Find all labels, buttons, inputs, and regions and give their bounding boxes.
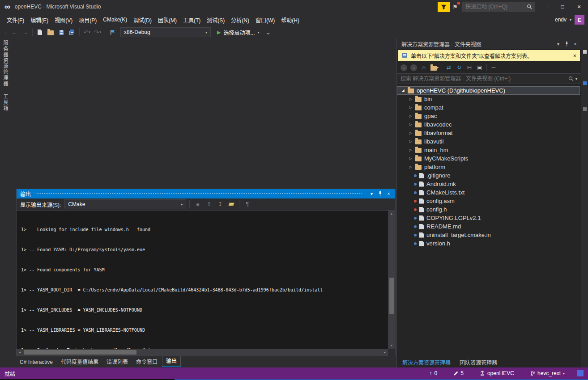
save-icon[interactable] bbox=[56, 27, 66, 37]
tree-item-folder[interactable]: ▷main_hm bbox=[397, 146, 580, 154]
output-log[interactable]: 1> -- Looking for include file windows.h… bbox=[17, 211, 388, 349]
filter-feedback-icon[interactable] bbox=[438, 2, 450, 12]
toolbar-overflow-icon[interactable]: ⌄ bbox=[264, 27, 273, 37]
chevron-collapsed-icon[interactable]: ▷ bbox=[409, 156, 413, 160]
start-debug-button[interactable]: ▶ 选择启动项... ▾ bbox=[214, 27, 263, 37]
tree-item-file[interactable]: version.h bbox=[397, 239, 580, 248]
next-message-icon[interactable]: ↧ bbox=[215, 200, 225, 209]
cmake-settings-icon[interactable] bbox=[107, 27, 117, 37]
quick-launch-search[interactable] bbox=[462, 2, 535, 12]
pin-icon[interactable] bbox=[563, 38, 571, 49]
tree-item-folder[interactable]: ▷libavutil bbox=[397, 137, 580, 146]
close-icon[interactable]: × bbox=[385, 189, 392, 198]
tree-item-folder[interactable]: ▷MyCMakeScripts bbox=[397, 154, 580, 163]
chevron-collapsed-icon[interactable]: ▷ bbox=[409, 165, 413, 169]
prev-message-icon[interactable]: ↥ bbox=[204, 200, 213, 209]
navigate-forward-icon[interactable]: → bbox=[20, 27, 30, 37]
chevron-collapsed-icon[interactable]: ▷ bbox=[409, 106, 413, 110]
switch-views-icon[interactable]: ▾ bbox=[430, 63, 439, 72]
menu-file[interactable]: 文件(F) bbox=[4, 14, 27, 25]
tree-item-folder[interactable]: ▷platform bbox=[397, 163, 580, 171]
solution-search-input[interactable] bbox=[401, 76, 567, 82]
menu-view[interactable]: 视图(V) bbox=[51, 14, 76, 25]
chevron-collapsed-icon[interactable]: ▷ bbox=[409, 139, 413, 144]
collapse-all-icon[interactable]: ⊟ bbox=[466, 63, 473, 72]
clear-all-icon[interactable] bbox=[226, 200, 236, 209]
vertical-scroll-thumb[interactable] bbox=[389, 278, 394, 314]
minimize-button[interactable]: – bbox=[540, 0, 555, 13]
output-panel-titlebar[interactable]: 输出 ▾ × bbox=[17, 189, 395, 198]
horizontal-scroll-thumb[interactable] bbox=[24, 350, 136, 355]
new-file-icon[interactable] bbox=[35, 27, 45, 37]
tree-item-root-folder[interactable]: ◢ openHEVC (D:\github\openHEVC) bbox=[397, 86, 580, 95]
menu-team[interactable]: 团队(M) bbox=[155, 14, 180, 25]
unpublished-commits[interactable]: ↑ 0 bbox=[430, 370, 438, 376]
navigate-backward-icon[interactable]: ← bbox=[9, 27, 19, 37]
home-icon[interactable]: ⌂ bbox=[420, 63, 427, 72]
tab-output[interactable]: 输出 bbox=[162, 355, 181, 367]
pending-changes[interactable]: 5 bbox=[453, 370, 464, 376]
menu-debug[interactable]: 调试(D) bbox=[130, 14, 155, 25]
solution-explorer-titlebar[interactable]: 解决方案资源管理器 - 文件夹视图 ▾ × bbox=[397, 38, 581, 49]
tree-item-file[interactable]: COPYING.LGPLv2.1 bbox=[397, 214, 580, 222]
tree-item-folder[interactable]: ▷bin bbox=[397, 95, 580, 103]
tree-item-file[interactable]: CMakeLists.txt bbox=[397, 188, 580, 197]
chevron-expanded-icon[interactable]: ◢ bbox=[401, 89, 405, 93]
chevron-collapsed-icon[interactable]: ▷ bbox=[409, 148, 413, 152]
tab-csharp-interactive[interactable]: C# Interactive bbox=[16, 358, 56, 367]
branch-selector[interactable]: hevc_rext ▾ bbox=[530, 370, 565, 376]
chevron-collapsed-icon[interactable]: ▷ bbox=[409, 97, 413, 101]
properties-icon[interactable]: ▣ bbox=[476, 63, 483, 72]
window-position-icon[interactable]: ▾ bbox=[554, 38, 562, 49]
tab-code-metrics[interactable]: 代码度量值结果 bbox=[57, 356, 102, 367]
sync-with-active-document-icon[interactable]: ⇄ bbox=[445, 63, 452, 72]
tree-item-file[interactable]: config.h bbox=[397, 205, 580, 214]
panel-drag-grip[interactable] bbox=[36, 193, 362, 195]
tree-item-file[interactable]: uninstall_target.cmake.in bbox=[397, 231, 580, 239]
scroll-right-icon[interactable]: ▸ bbox=[382, 349, 388, 356]
toolbox-tab[interactable]: 工具箱 bbox=[2, 94, 9, 111]
notification-close-icon[interactable]: × bbox=[573, 52, 576, 59]
right-edge-scrollbar[interactable] bbox=[581, 38, 588, 367]
tree-item-folder[interactable]: ▷libavcodec bbox=[397, 120, 580, 129]
pin-icon[interactable] bbox=[376, 189, 384, 198]
user-name[interactable]: endv bbox=[555, 17, 567, 23]
find-message-icon[interactable]: ≡ bbox=[193, 200, 202, 209]
output-source-dropdown[interactable]: CMake ▾ bbox=[64, 199, 186, 209]
tree-item-file[interactable]: Android.mk bbox=[397, 180, 580, 188]
undo-icon[interactable]: ↶▾ bbox=[82, 27, 92, 37]
quick-launch-input[interactable] bbox=[465, 4, 527, 10]
output-horizontal-scrollbar[interactable]: ◂ ▸ bbox=[17, 349, 388, 356]
menu-window[interactable]: 窗口(W) bbox=[252, 14, 278, 25]
close-button[interactable]: × bbox=[570, 0, 588, 13]
server-explorer-tab[interactable]: 服务器资源管理器 bbox=[2, 40, 9, 87]
tree-item-folder[interactable]: ▷libavformat bbox=[397, 129, 580, 137]
chevron-collapsed-icon[interactable]: ▷ bbox=[409, 131, 413, 135]
menu-analyze[interactable]: 分析(N) bbox=[228, 14, 252, 25]
tab-team-explorer[interactable]: 团队资源管理器 bbox=[455, 357, 502, 368]
forward-icon[interactable]: → bbox=[410, 64, 417, 71]
window-position-icon[interactable]: ▾ bbox=[368, 189, 375, 198]
tab-solution-explorer[interactable]: 解决方案资源管理器 bbox=[398, 357, 455, 368]
tree-item-file[interactable]: config.asm bbox=[397, 197, 580, 205]
configuration-dropdown[interactable]: x86-Debug ▾ bbox=[120, 27, 211, 37]
open-folder-icon[interactable] bbox=[46, 27, 55, 37]
scroll-up-icon[interactable]: ▴ bbox=[388, 211, 395, 217]
chevron-collapsed-icon[interactable]: ▷ bbox=[409, 114, 413, 118]
repository-selector[interactable]: openHEVC bbox=[480, 370, 514, 376]
menu-edit[interactable]: 编辑(E) bbox=[27, 14, 51, 25]
preview-selected-items-icon[interactable]: ─ bbox=[490, 63, 497, 72]
toolbar-grip[interactable]: ⋮ bbox=[3, 30, 7, 35]
menu-help[interactable]: 帮助(H) bbox=[278, 14, 303, 25]
close-icon[interactable]: × bbox=[571, 38, 579, 49]
maximize-button[interactable]: □ bbox=[555, 0, 570, 13]
tree-item-file[interactable]: README.md bbox=[397, 222, 580, 231]
tree-item-file[interactable]: .gitignore bbox=[397, 171, 580, 180]
notifications-icon[interactable]: ⚑ bbox=[452, 4, 458, 10]
user-avatar[interactable]: E bbox=[575, 15, 584, 25]
refresh-icon[interactable]: ↻ bbox=[456, 63, 463, 72]
menu-test[interactable]: 测试(S) bbox=[204, 14, 228, 25]
tree-item-folder[interactable]: ▷gpac bbox=[397, 112, 580, 120]
menu-tools[interactable]: 工具(T) bbox=[180, 14, 204, 25]
solution-explorer-search[interactable]: ▾ bbox=[397, 73, 581, 84]
